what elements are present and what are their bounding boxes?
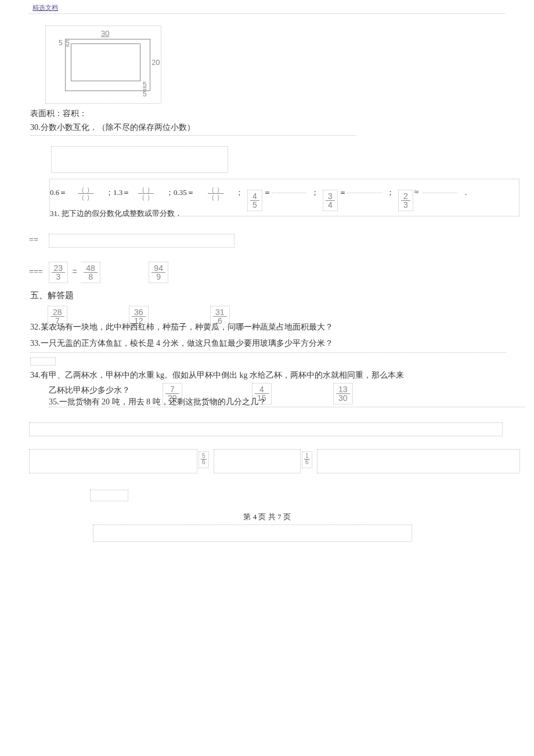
- small-frac-5-6: 56: [199, 451, 209, 468]
- q30-dash1: [272, 186, 306, 193]
- page-number: 第 4 页 共 7 页: [0, 512, 534, 522]
- pager-underline-box: [93, 525, 412, 542]
- document-page: 精选文档 30 5 5 20 5 5 表面积：容积： 30.分数小数互化．（除不…: [0, 0, 534, 407]
- frac-13-30: 1330: [333, 383, 353, 404]
- bottom-cell-3: [317, 449, 520, 473]
- q30-blank1: （ ）（ ）: [78, 186, 93, 201]
- q30-blank-box: [51, 146, 228, 173]
- q35-text: 35.一批货物有 20 吨，用去 8 吨，还剩这批货物的几分之几？: [49, 397, 266, 407]
- q30-dash3: [423, 186, 457, 193]
- diagram-label-left2: 5: [66, 39, 70, 47]
- q30-i: ≈: [414, 187, 418, 197]
- tiny-blank-box: [90, 490, 128, 501]
- q30-b: ；1.3＝: [106, 187, 130, 198]
- eq-sign: =: [73, 267, 77, 276]
- q30-frac-3-4: 34: [323, 190, 338, 211]
- diagram-inner-rect: [71, 44, 140, 81]
- diagram-label-right: 20: [151, 58, 160, 67]
- section-5-title: 五、解答题: [30, 290, 505, 301]
- q30-e: ＝: [264, 187, 271, 198]
- q31-text: 31. 把下边的假分数化成整数或带分数．: [50, 208, 182, 219]
- q30-f: ；: [311, 187, 319, 198]
- q30-frac-2-3: 23: [398, 190, 413, 211]
- eq-triple: ===: [29, 267, 46, 277]
- q30-dash2: [347, 186, 382, 193]
- bottom-cell-2: [214, 449, 301, 473]
- q29-text: 表面积：容积：: [30, 108, 505, 119]
- diagram-label-left1: 5: [59, 39, 63, 47]
- eq-blank-box: [49, 234, 234, 248]
- q33-blank-box: [30, 357, 56, 366]
- q34-text-a: 34.有甲、乙两杯水，甲杯中的水重 kg。假如从甲杯中倒出 kg 水给乙杯，两杯…: [30, 370, 505, 381]
- q30-blank3: （ ）（ ）: [208, 186, 223, 201]
- bottom-fraction-row: 56 16: [29, 449, 505, 478]
- q30-c: ；0.35＝: [166, 187, 194, 198]
- q32-text: 32.某农场有一块地，此中种西红柿，种茄子，种黄瓜，问哪一种蔬菜占地面积最大？: [30, 322, 333, 332]
- diagram-label-top: 30: [101, 29, 109, 38]
- q34-text-b1: 乙杯比甲杯少多少水？: [49, 385, 130, 396]
- q30-g: ＝: [339, 187, 347, 198]
- page-header: 精选文档: [29, 0, 505, 14]
- eq-double: ==: [29, 236, 42, 245]
- frac-48-8: 488: [81, 262, 100, 283]
- diagram-label-bot1: 5: [143, 81, 147, 89]
- eq-block-2: === 233 = 488 949: [29, 262, 505, 283]
- q33-text: 33.一只无盖的正方体鱼缸，棱长是 4 分米，做这只鱼缸最少要用玻璃多少平方分米…: [30, 338, 506, 353]
- frac-94-9: 949: [149, 262, 168, 283]
- q30-j: ．: [462, 187, 470, 198]
- box-diagram: 30 5 5 20 5 5: [45, 26, 161, 104]
- q30-blank2: （ ）（ ）: [138, 186, 154, 201]
- bottom-cell-1: [29, 449, 197, 473]
- frac-23-3: 233: [49, 262, 68, 283]
- q32-row: 287 3612 316 32.某农场有一块地，此中种西红柿，种茄子，种黄瓜，问…: [30, 306, 505, 335]
- small-frac-1-6: 16: [302, 451, 312, 468]
- q30-answer-row: 0.6＝ （ ）（ ） ；1.3＝ （ ）（ ） ；0.35＝ （ ）（ ） ；…: [49, 179, 519, 216]
- q30-frac-4-5: 45: [247, 190, 262, 211]
- q34-row-b: 乙杯比甲杯少多少水？ 720 415 1330 35.一批货物有 20 吨，用去…: [49, 383, 525, 407]
- q30-h: ；: [387, 187, 394, 198]
- diagram-label-bot2: 5: [143, 90, 147, 98]
- q30-a: 0.6＝: [50, 187, 67, 198]
- large-blank-box: [29, 422, 503, 436]
- eq-block-1: ==: [29, 234, 505, 248]
- q30-d: ；: [236, 187, 243, 198]
- q30-text: 30.分数小数互化．（除不尽的保存两位小数）: [30, 122, 355, 136]
